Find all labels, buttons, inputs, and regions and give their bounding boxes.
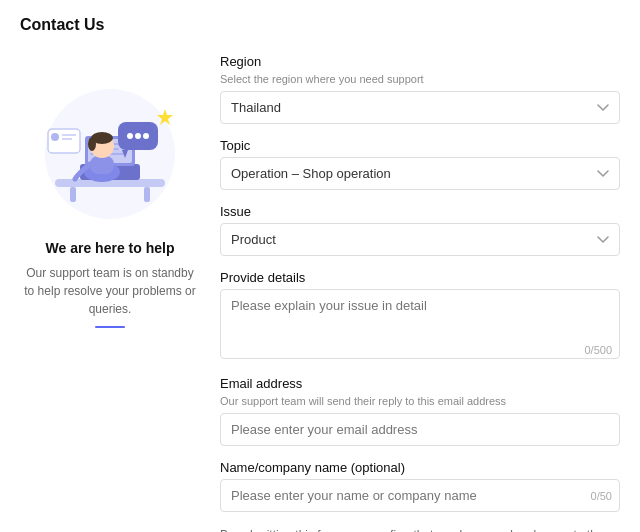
help-title: We are here to help (46, 240, 175, 256)
main-content: We are here to help Our support team is … (20, 54, 620, 532)
details-char-count: 0/500 (584, 344, 612, 356)
email-label: Email address (220, 376, 620, 391)
svg-point-19 (143, 133, 149, 139)
svg-point-14 (88, 137, 96, 151)
privacy-group: By submitting this form, you confirm tha… (220, 526, 620, 532)
help-desc: Our support team is on standby to help r… (20, 264, 200, 318)
email-group: Email address Our support team will send… (220, 376, 620, 446)
name-label: Name/company name (optional) (220, 460, 620, 475)
details-textarea[interactable] (220, 289, 620, 359)
svg-point-17 (127, 133, 133, 139)
email-input[interactable] (220, 413, 620, 446)
details-label: Provide details (220, 270, 620, 285)
issue-label: Issue (220, 204, 620, 219)
issue-group: Issue Product Order Account Payment (220, 204, 620, 256)
right-panel: Region Select the region where you need … (220, 54, 620, 532)
topic-group: Topic Operation – Shop operation Payment… (220, 138, 620, 190)
region-group: Region Select the region where you need … (220, 54, 620, 124)
topic-select[interactable]: Operation – Shop operation Payment Shipp… (220, 157, 620, 190)
page-title: Contact Us (20, 16, 620, 34)
left-panel: We are here to help Our support team is … (20, 54, 200, 532)
svg-rect-3 (144, 187, 150, 202)
textarea-wrapper: 0/500 (220, 289, 620, 362)
region-select[interactable]: Thailand Indonesia Malaysia Philippines … (220, 91, 620, 124)
name-char-count: 0/50 (591, 490, 612, 502)
name-input[interactable] (220, 479, 620, 512)
region-label: Region (220, 54, 620, 69)
privacy-text: By submitting this form, you confirm tha… (220, 526, 620, 532)
page-wrapper: Contact Us (0, 0, 640, 532)
issue-select[interactable]: Product Order Account Payment (220, 223, 620, 256)
topic-label: Topic (220, 138, 620, 153)
svg-point-18 (135, 133, 141, 139)
svg-rect-20 (48, 129, 80, 153)
details-group: Provide details 0/500 (220, 270, 620, 362)
name-group: Name/company name (optional) 0/50 (220, 460, 620, 512)
name-input-wrapper: 0/50 (220, 479, 620, 512)
accent-underline (95, 326, 125, 328)
illustration (30, 64, 190, 224)
svg-rect-11 (90, 156, 114, 174)
svg-point-21 (51, 133, 59, 141)
region-sublabel: Select the region where you need support (220, 73, 620, 85)
email-sublabel: Our support team will send their reply t… (220, 395, 620, 407)
svg-rect-2 (70, 187, 76, 202)
